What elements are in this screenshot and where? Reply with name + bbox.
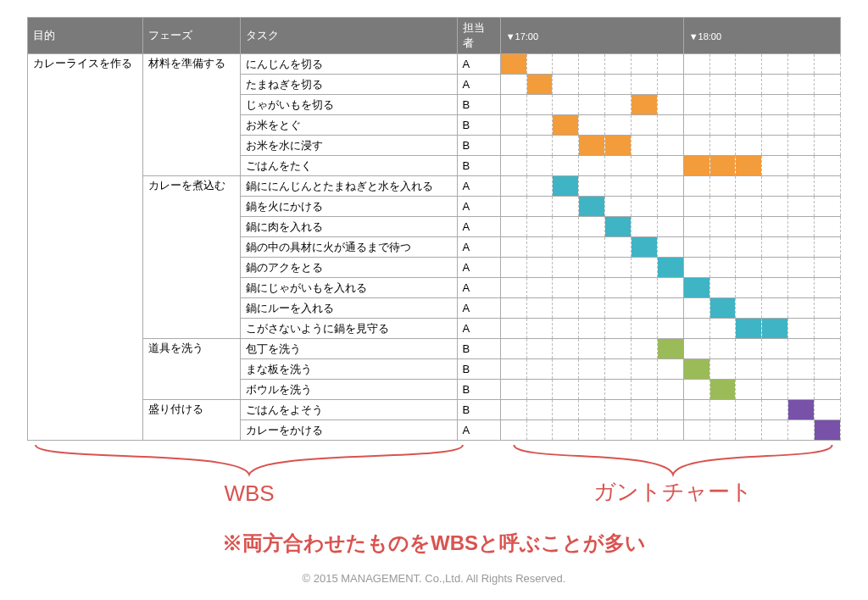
gantt-bar [710,298,736,318]
gantt-cell [631,197,657,217]
col-time-1800: ▼18:00 [683,18,840,54]
owner-cell: B [457,136,500,156]
gantt-cell [605,400,632,420]
task-cell: ボウルを洗う [241,380,457,400]
owner-cell: B [457,115,500,136]
gantt-cell [709,420,736,441]
note-text: ※両方合わせたものをWBSと呼ぶことが多い [27,530,841,557]
gantt-cell [553,136,579,156]
owner-cell: A [457,237,500,258]
gantt-cell [500,197,526,217]
gantt-bar [710,156,736,175]
gantt-bar [684,156,709,175]
owner-cell: A [457,197,500,217]
gantt-cell [500,115,526,136]
gantt-cell [736,339,762,359]
gantt-cell [814,400,840,420]
task-cell: 包丁を洗う [241,339,457,359]
wbs-label: WBS [27,481,471,507]
gantt-label: ガントチャート [505,477,841,507]
gantt-cell [631,278,657,298]
gantt-cell [631,359,657,380]
gantt-cell [500,298,526,319]
gantt-cell [657,115,683,136]
col-owner: 担当者 [457,18,500,54]
gantt-cell [683,197,709,217]
gantt-cell [553,400,579,420]
gantt-bar [501,54,526,74]
task-cell: 鍋を火にかける [241,197,457,217]
gantt-cell [736,217,762,237]
gantt-cell [657,319,683,339]
gantt-cell [605,420,632,441]
gantt-cell [526,420,553,441]
owner-cell: B [457,339,500,359]
gantt-bar [632,95,657,114]
gantt-bar [605,217,631,236]
gantt-cell [526,136,553,156]
gantt-cell [553,197,579,217]
gantt-cell [814,75,840,95]
task-cell: 鍋の中の具材に火が通るまで待つ [241,237,457,258]
gantt-cell [579,237,605,258]
gantt-cell [709,339,736,359]
gantt-cell [762,95,788,115]
gantt-cell [553,156,579,176]
gantt-cell [814,95,840,115]
gantt-cell [736,380,762,400]
gantt-cell [500,258,526,278]
purpose-cell: カレーライスを作る [28,54,143,441]
table-header: 目的 フェーズ タスク 担当者 ▼17:00 ▼18:00 [28,18,841,54]
gantt-cell [605,156,632,176]
gantt-cell [553,420,579,441]
gantt-cell [605,258,632,278]
gantt-cell [500,400,526,420]
task-cell: カレーをかける [241,420,457,441]
owner-cell: B [457,400,500,420]
gantt-cell [631,298,657,319]
gantt-cell [814,339,840,359]
gantt-cell [553,54,579,75]
gantt-bar [605,136,631,155]
gantt-cell [631,380,657,400]
gantt-cell [553,278,579,298]
gantt-cell [709,278,736,298]
gantt-cell [814,237,840,258]
gantt-cell [579,136,605,156]
owner-cell: A [457,54,500,75]
gantt-cell [500,136,526,156]
gantt-bar [553,176,578,196]
gantt-cell [526,54,553,75]
gantt-cell [683,217,709,237]
gantt-cell [500,237,526,258]
gantt-cell [657,380,683,400]
owner-cell: A [457,278,500,298]
gantt-cell [657,258,683,278]
gantt-cell [762,54,788,75]
gantt-cell [500,217,526,237]
gantt-cell [788,400,815,420]
gantt-bar [632,237,657,257]
owner-cell: A [457,176,500,197]
gantt-cell [814,136,840,156]
gantt-cell [553,75,579,95]
gantt-cell [736,197,762,217]
gantt-cell [579,115,605,136]
gantt-cell [657,95,683,115]
gantt-cell [814,197,840,217]
gantt-bar [762,319,787,338]
col-time-1700: ▼17:00 [500,18,683,54]
phase-cell: 盛り付ける [143,400,241,441]
gantt-cell [526,380,553,400]
gantt-cell [683,298,709,319]
gantt-cell [709,75,736,95]
gantt-cell [631,217,657,237]
gantt-bar [658,339,683,358]
col-task: タスク [241,18,457,54]
gantt-cell [762,339,788,359]
task-cell: こがさないように鍋を見守る [241,319,457,339]
gantt-cell [788,54,815,75]
gantt-cell [579,298,605,319]
gantt-cell [683,54,709,75]
gantt-cell [683,115,709,136]
